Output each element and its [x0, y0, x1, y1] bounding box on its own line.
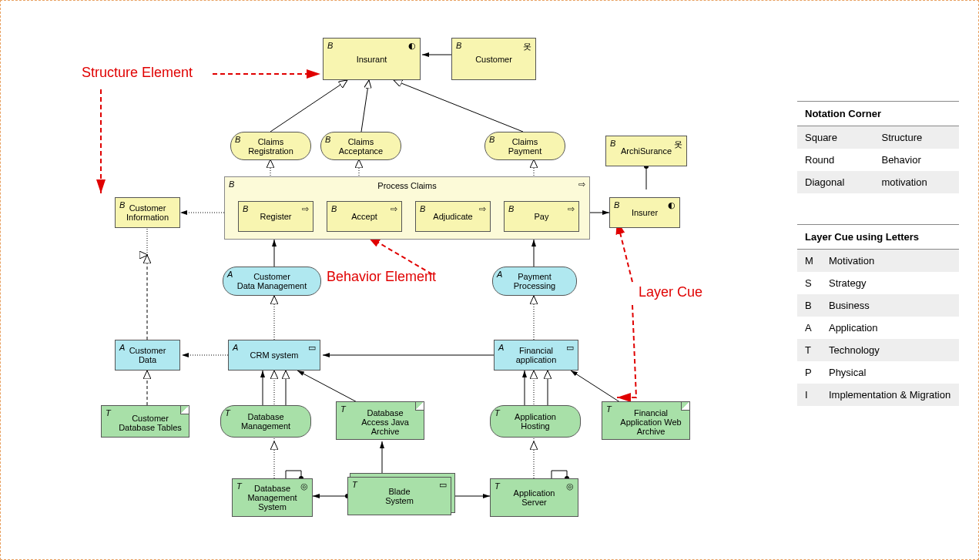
node-accept: B ⇨ Accept: [327, 201, 402, 232]
letter-b: B: [327, 41, 333, 50]
node-cust-data: A Customer Data: [115, 340, 180, 371]
role-icon: ◐: [408, 41, 416, 51]
sw-icon: ◎: [300, 481, 308, 491]
label: Insurer: [632, 208, 658, 217]
label: Financial application: [516, 346, 557, 364]
node-db-java: T Database Access Java Archive: [336, 401, 424, 440]
node-cust-info: B Customer Information: [115, 197, 180, 228]
annot-structure: Structure Element: [82, 65, 193, 81]
node-crm: A ▭ CRM system: [228, 340, 320, 371]
component-icon: ▭: [566, 343, 574, 353]
node-app-host: T Application Hosting: [490, 405, 581, 438]
node-insurer: B ◐ Insurer: [609, 197, 680, 228]
node-claims-reg: B Claims Registration: [230, 132, 311, 160]
node-cust-db-tables: T Customer Database Tables: [101, 405, 189, 438]
label: Claims Acceptance: [339, 137, 383, 156]
sw-icon: ◎: [566, 481, 574, 491]
annot-behavior: Behavior Element: [327, 269, 436, 285]
node-adjudicate: B ⇨ Adjudicate: [415, 201, 491, 232]
node-blade: T ▭ Blade System: [347, 477, 451, 515]
label: Application Hosting: [515, 412, 556, 431]
label: Payment Processing: [514, 272, 555, 290]
layer-table: Layer Cue using Letters MMotivation SStr…: [797, 224, 959, 406]
label: Insurant: [357, 55, 387, 64]
label: Pay: [535, 212, 549, 221]
label: Claims Registration: [248, 137, 293, 156]
label: Customer Data: [129, 346, 166, 364]
layer-title: Layer Cue using Letters: [797, 225, 959, 250]
actor-icon: 옷: [523, 41, 531, 52]
diagram-container: Structure Element Behavior Element Layer…: [0, 0, 979, 560]
node-pay-proc: A Payment Processing: [492, 267, 577, 296]
diagram-canvas: Structure Element Behavior Element Layer…: [16, 16, 756, 548]
legend-tables: Notation Corner SquareStructure RoundBeh…: [797, 101, 959, 437]
label: Database Management: [241, 412, 290, 431]
node-cust-data-mgmt: A Customer Data Management: [223, 267, 321, 296]
label: Adjudicate: [433, 212, 472, 221]
label: Customer: [475, 55, 512, 64]
node-fin-web: T Financial Application Web Archive: [602, 401, 690, 440]
label: Accept: [351, 212, 377, 221]
label: Database Access Java Archive: [350, 408, 420, 436]
label: Customer Data Management: [237, 272, 307, 290]
actor-icon: 옷: [674, 139, 682, 150]
arrow-icon: ⇨: [391, 204, 397, 214]
label: Database Management System: [247, 484, 297, 511]
notation-title: Notation Corner: [797, 102, 959, 126]
node-pay: B ⇨ Pay: [504, 201, 579, 232]
node-claims-acc: B Claims Acceptance: [320, 132, 401, 160]
label: CRM system: [250, 350, 299, 360]
node-claims-pay: B Claims Payment: [484, 132, 565, 160]
label: Financial Application Web Archive: [616, 408, 686, 436]
arrow-icon: ⇨: [568, 204, 575, 214]
label: Blade System: [385, 487, 414, 505]
label: Register: [260, 212, 292, 221]
component-icon: ▭: [308, 343, 316, 353]
node-app-server: T ◎ Application Server: [490, 478, 578, 517]
label: Customer Database Tables: [116, 414, 185, 432]
arrow-icon: ⇨: [479, 204, 486, 214]
label: Customer Information: [126, 203, 169, 222]
node-archisurance: B 옷 ArchiSurance: [605, 136, 687, 166]
label: Application Server: [514, 488, 555, 507]
notation-table: Notation Corner SquareStructure RoundBeh…: [797, 101, 959, 193]
node-register: B ⇨ Register: [238, 201, 313, 232]
annot-layer: Layer Cue: [639, 284, 702, 300]
role-icon: ◐: [668, 200, 676, 210]
device-icon: ▭: [439, 480, 447, 490]
node-db-mgmt: T Database Management: [220, 405, 311, 438]
node-customer: B 옷 Customer: [451, 38, 536, 80]
node-fin-app: A ▭ Financial application: [494, 340, 578, 371]
label: Claims Payment: [508, 137, 541, 156]
arrow-icon: ⇨: [302, 204, 309, 214]
node-dbms: T ◎ Database Management System: [232, 478, 313, 517]
label: Process Claims: [225, 181, 589, 190]
node-insurant: B ◐ Insurant: [323, 38, 421, 80]
label: ArchiSurance: [621, 146, 672, 156]
